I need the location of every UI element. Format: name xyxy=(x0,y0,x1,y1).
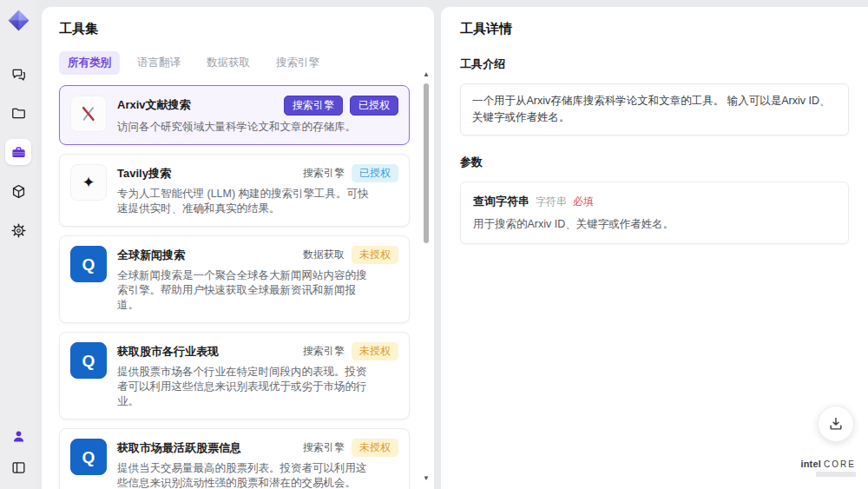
parameter-card: 查询字符串 字符串 必填 用于搜索的Arxiv ID、关键字或作者姓名。 xyxy=(460,182,849,244)
left-rail xyxy=(0,0,36,489)
gear-icon[interactable] xyxy=(5,217,31,243)
page-title: 工具集 xyxy=(59,21,418,37)
detail-title: 工具详情 xyxy=(460,21,849,37)
folder-icon[interactable] xyxy=(5,100,31,126)
blue-search-icon: Q xyxy=(70,439,107,475)
tool-tags: 搜索引擎已授权 xyxy=(284,96,398,116)
tool-tags: 搜索引擎已授权 xyxy=(303,164,398,182)
category-badge: 搜索引擎 xyxy=(303,164,345,182)
tool-tags: 搜索引擎未授权 xyxy=(303,342,398,360)
arxiv-logo-icon xyxy=(70,96,107,132)
blue-search-icon: Q xyxy=(70,246,107,282)
auth-badge: 未授权 xyxy=(352,342,398,360)
scroll-up-icon[interactable]: ▲ xyxy=(421,71,431,78)
tab-0[interactable]: 所有类别 xyxy=(59,51,120,75)
tool-list-panel: 工具集 所有类别语言翻译数据获取搜索引擎 Arxiv文献搜索搜索引擎已授权访问各… xyxy=(42,7,434,489)
category-badge: 搜索引擎 xyxy=(303,342,345,360)
tool-card-body: 全球新闻搜索数据获取未授权全球新闻搜索是一个聚合全球各大新闻网站内容的搜索引擎。… xyxy=(117,246,398,313)
category-badge: 数据获取 xyxy=(303,246,345,264)
rail-bottom xyxy=(5,423,31,480)
cube-icon[interactable] xyxy=(5,178,31,204)
tool-title: Arxiv文献搜索 xyxy=(117,96,277,113)
auth-badge: 已授权 xyxy=(352,164,398,182)
tool-card[interactable]: ✦Tavily搜索搜索引擎已授权专为人工智能代理 (LLM) 构建的搜索引擎工具… xyxy=(59,154,410,227)
tool-title: 获取股市各行业表现 xyxy=(117,342,296,360)
tool-card-body: 获取股市各行业表现搜索引擎未授权提供股票市场各个行业在特定时间段内的表现。投资者… xyxy=(117,342,398,409)
category-tabs: 所有类别语言翻译数据获取搜索引擎 xyxy=(59,51,418,75)
scroll-down-icon[interactable]: ▼ xyxy=(421,475,431,482)
parameter-type: 字符串 xyxy=(536,195,567,209)
tool-card[interactable]: Q全球新闻搜索数据获取未授权全球新闻搜索是一个聚合全球各大新闻网站内容的搜索引擎… xyxy=(59,235,410,323)
auth-badge: 未授权 xyxy=(352,439,398,457)
rail-nav xyxy=(5,61,31,243)
tool-card-body: Tavily搜索搜索引擎已授权专为人工智能代理 (LLM) 构建的搜索引擎工具。… xyxy=(117,164,398,216)
tool-card-body: 获取市场最活跃股票信息搜索引擎未授权提供当天交易量最高的股票列表。投资者可以利用… xyxy=(117,439,398,489)
intro-heading: 工具介绍 xyxy=(460,56,849,72)
parameter-required-badge: 必填 xyxy=(573,195,594,209)
auth-badge: 未授权 xyxy=(352,246,398,264)
category-badge: 搜索引擎 xyxy=(284,96,343,116)
briefcase-icon[interactable] xyxy=(5,139,31,165)
scrollbar-thumb[interactable] xyxy=(424,83,429,243)
tool-description: 全球新闻搜索是一个聚合全球各大新闻网站内容的搜索引擎。帮助用户快速获取全球最新资… xyxy=(117,268,371,313)
category-badge: 搜索引擎 xyxy=(303,439,345,457)
tool-tags: 搜索引擎未授权 xyxy=(303,439,398,457)
brand-primary: intel xyxy=(800,459,821,469)
chat-icon[interactable] xyxy=(5,61,31,87)
download-button[interactable] xyxy=(818,406,854,442)
user-icon[interactable] xyxy=(5,423,31,449)
list-scrollbar[interactable]: ▲ ▼ xyxy=(421,71,431,482)
tool-title: 全球新闻搜索 xyxy=(117,246,296,263)
parameter-description: 用于搜索的Arxiv ID、关键字或作者姓名。 xyxy=(473,217,836,232)
parameter-name: 查询字符串 xyxy=(473,194,529,209)
brand-secondary: CORE xyxy=(824,459,856,469)
intel-core-logo: intel CORE xyxy=(800,459,856,477)
tool-card-list: Arxiv文献搜索搜索引擎已授权访问各个研究领域大量科学论文和文章的存储库。✦T… xyxy=(59,85,418,489)
tool-description: 访问各个研究领域大量科学论文和文章的存储库。 xyxy=(117,120,371,135)
tool-description: 提供股票市场各个行业在特定时间段内的表现。投资者可以利用这些信息来识别表现优于或… xyxy=(117,365,371,409)
tool-tags: 数据获取未授权 xyxy=(303,246,398,264)
tool-title: 获取市场最活跃股票信息 xyxy=(117,439,296,456)
tool-card-body: Arxiv文献搜索搜索引擎已授权访问各个研究领域大量科学论文和文章的存储库。 xyxy=(117,96,398,135)
tool-description: 专为人工智能代理 (LLM) 构建的搜索引擎工具。可快速提供实时、准确和真实的结… xyxy=(117,187,371,216)
tab-3[interactable]: 搜索引擎 xyxy=(267,51,328,75)
parameter-header: 查询字符串 字符串 必填 xyxy=(473,194,836,209)
panel-icon[interactable] xyxy=(5,454,31,480)
tool-intro-box: 一个用于从Arxiv存储库搜索科学论文和文章的工具。 输入可以是Arxiv ID… xyxy=(460,83,849,135)
blue-search-icon: Q xyxy=(70,342,107,379)
tool-detail-panel: 工具详情 工具介绍 一个用于从Arxiv存储库搜索科学论文和文章的工具。 输入可… xyxy=(441,7,868,489)
tool-card[interactable]: Q获取股市各行业表现搜索引擎未授权提供股票市场各个行业在特定时间段内的表现。投资… xyxy=(59,332,410,420)
tool-description: 提供当天交易量最高的股票列表。投资者可以利用这些信息来识别流动性强的股票和潜在的… xyxy=(117,461,371,489)
download-icon xyxy=(827,415,845,433)
auth-badge: 已授权 xyxy=(350,96,398,116)
tool-card[interactable]: Arxiv文献搜索搜索引擎已授权访问各个研究领域大量科学论文和文章的存储库。 xyxy=(59,85,410,145)
tab-1[interactable]: 语言翻译 xyxy=(128,51,189,75)
app-logo-icon xyxy=(5,7,31,33)
params-heading: 参数 xyxy=(460,155,849,170)
tab-2[interactable]: 数据获取 xyxy=(198,51,259,75)
tavily-star-icon: ✦ xyxy=(70,164,107,201)
tool-card[interactable]: Q获取市场最活跃股票信息搜索引擎未授权提供当天交易量最高的股票列表。投资者可以利… xyxy=(59,428,410,489)
tool-title: Tavily搜索 xyxy=(117,164,296,182)
brand-subline xyxy=(816,472,856,477)
